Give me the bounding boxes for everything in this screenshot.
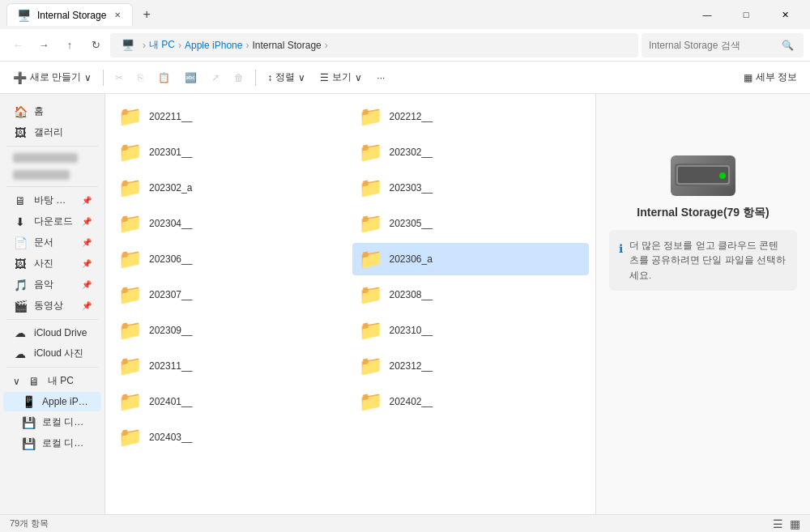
- new-button[interactable]: ➕ 새로 만들기 ∨: [6, 66, 98, 89]
- folder-item[interactable]: 📁 202307__: [112, 279, 349, 311]
- paste-button[interactable]: 📋: [151, 66, 177, 89]
- pc-icon: 🖥️: [117, 34, 139, 57]
- breadcrumb-internal-storage[interactable]: Internal Storage: [252, 40, 321, 51]
- home-icon: 🏠: [13, 105, 28, 118]
- sidebar-item-my-pc[interactable]: ∨ 🖥 내 PC: [3, 371, 101, 391]
- music-icon: 🎵: [13, 279, 28, 292]
- folder-item[interactable]: 📁 202306_a: [352, 243, 590, 275]
- folder-item[interactable]: 📁 202402__: [352, 385, 590, 418]
- folder-icon: 📁: [359, 283, 383, 306]
- folder-item[interactable]: 📁 202401__: [112, 385, 349, 418]
- more-label: ···: [377, 72, 385, 83]
- folder-item[interactable]: 📁 202403__: [112, 421, 349, 453]
- folder-icon: 📁: [359, 248, 383, 270]
- folder-item[interactable]: 📁 202305__: [352, 207, 590, 240]
- folder-name: 202310__: [390, 325, 433, 336]
- sidebar-icloud-drive-label: iCloud Drive: [34, 327, 92, 338]
- folder-item[interactable]: 📁 202302_a: [112, 172, 349, 204]
- folder-icon: 📁: [118, 248, 143, 270]
- folder-item[interactable]: 📁 202211__: [112, 100, 349, 133]
- sidebar-item-gallery[interactable]: 🖼 갤러리: [3, 122, 101, 143]
- folder-item[interactable]: 📁 202304__: [112, 207, 349, 240]
- sidebar-local-disk-d-label: 로컬 디스크 (D: [42, 436, 92, 450]
- back-button[interactable]: ←: [6, 34, 29, 57]
- rename-button[interactable]: 🔤: [178, 66, 203, 89]
- folder-item[interactable]: 📁 202303__: [352, 172, 590, 204]
- sidebar-item-apple-iphone[interactable]: 📱 Apple iPhone: [3, 392, 101, 411]
- folder-item[interactable]: 📁 202301__: [112, 136, 349, 168]
- maximize-button[interactable]: □: [727, 0, 765, 29]
- main-layout: 🏠 홈 🖼 갤러리 🖥 바탕 화면 📌 ⬇ 다운로드 📌 📄 문서: [0, 94, 810, 514]
- search-icon: 🔍: [782, 40, 794, 51]
- detail-panel: Internal Storage(79 항목) ℹ 더 많은 정보를 얻고 클라…: [595, 94, 810, 514]
- sidebar-item-home[interactable]: 🏠 홈: [3, 101, 101, 121]
- minimize-button[interactable]: —: [688, 0, 726, 29]
- tab-close-button[interactable]: ✕: [113, 9, 122, 21]
- details-button[interactable]: ▦ 세부 정보: [737, 66, 804, 89]
- sidebar-item-documents[interactable]: 📄 문서 📌: [3, 232, 101, 253]
- local-disk-d-icon: 💾: [21, 437, 36, 450]
- sidebar-item-local-disk-d[interactable]: 💾 로컬 디스크 (D: [3, 433, 101, 453]
- search-input[interactable]: [649, 40, 778, 51]
- pin-icon: 📌: [82, 196, 92, 205]
- folder-icon: 📁: [118, 105, 143, 128]
- more-button[interactable]: ···: [370, 66, 391, 89]
- refresh-button[interactable]: ↻: [84, 34, 107, 57]
- new-tab-button[interactable]: +: [136, 4, 156, 25]
- folder-item[interactable]: 📁 202308__: [352, 279, 590, 311]
- share-button[interactable]: ↗: [205, 66, 226, 89]
- active-tab[interactable]: 🖥️ Internal Storage ✕: [6, 3, 133, 26]
- expand-arrow-icon[interactable]: ∨: [13, 376, 20, 387]
- sidebar-icloud-photos-label: iCloud 사진: [34, 347, 92, 360]
- pin-icon-3: 📌: [82, 238, 92, 247]
- sidebar-item-icloud-photos[interactable]: ☁ iCloud 사진: [3, 343, 101, 364]
- toolbar: ➕ 새로 만들기 ∨ ✂ ⎘ 📋 🔤 ↗ 🗑 ↕ 정렬 ∨ ☰ 보기 ∨ ···…: [0, 62, 810, 94]
- folder-item[interactable]: 📁 202310__: [352, 314, 590, 347]
- cut-button[interactable]: ✂: [109, 66, 130, 89]
- grid-view-button[interactable]: ▦: [790, 517, 800, 530]
- folder-name: 202301__: [149, 147, 192, 158]
- sidebar-item-downloads[interactable]: ⬇ 다운로드 📌: [3, 211, 101, 232]
- forward-button[interactable]: →: [32, 34, 55, 57]
- up-button[interactable]: ↑: [58, 34, 81, 57]
- breadcrumb: 🖥️ › 내 PC › Apple iPhone › Internal Stor…: [110, 33, 638, 57]
- folder-item[interactable]: 📁 202311__: [112, 350, 349, 382]
- sidebar-item-local-disk-c[interactable]: 💾 로컬 디스크 (C: [3, 412, 101, 432]
- folder-name: 202302__: [390, 147, 433, 158]
- sidebar: 🏠 홈 🖼 갤러리 🖥 바탕 화면 📌 ⬇ 다운로드 📌 📄 문서: [0, 94, 105, 514]
- sidebar-item-icloud-drive[interactable]: ☁ iCloud Drive: [3, 323, 101, 343]
- sidebar-local-disk-c-label: 로컬 디스크 (C: [42, 415, 92, 429]
- sort-icon: ↕: [267, 72, 272, 83]
- delete-button[interactable]: 🗑: [228, 66, 250, 89]
- folder-item[interactable]: 📁 202212__: [352, 100, 590, 133]
- folder-name: 202311__: [149, 360, 192, 372]
- sidebar-item-pictures[interactable]: 🖼 사진 📌: [3, 253, 101, 274]
- pin-icon-6: 📌: [82, 301, 92, 310]
- folder-icon: 📁: [359, 319, 383, 342]
- folder-name: 202403__: [149, 432, 192, 443]
- sidebar-item-desktop[interactable]: 🖥 바탕 화면 📌: [3, 190, 101, 211]
- breadcrumb-mypc[interactable]: 내 PC: [149, 38, 175, 52]
- folder-item[interactable]: 📁 202302__: [352, 136, 590, 168]
- title-bar: 🖥️ Internal Storage ✕ + — □ ✕: [0, 0, 810, 29]
- folder-icon: 📁: [118, 390, 143, 413]
- sidebar-item-videos[interactable]: 🎬 동영상 📌: [3, 296, 101, 316]
- info-icon: ℹ: [619, 240, 623, 257]
- desktop-icon: 🖥: [13, 194, 28, 207]
- list-view-button[interactable]: ☰: [773, 517, 783, 530]
- new-dropdown-icon: ∨: [84, 72, 92, 83]
- copy-button[interactable]: ⎘: [131, 66, 150, 89]
- apple-iphone-icon: 📱: [21, 395, 36, 408]
- sidebar-videos-label: 동영상: [34, 299, 75, 313]
- folder-item[interactable]: 📁 202309__: [112, 314, 349, 347]
- view-button[interactable]: ☰ 보기 ∨: [313, 66, 369, 89]
- search-box: 🔍: [642, 33, 804, 57]
- folder-icon: 📁: [359, 355, 383, 377]
- folder-item[interactable]: 📁 202306__: [112, 243, 349, 275]
- sidebar-item-music[interactable]: 🎵 음악 📌: [3, 275, 101, 295]
- folder-icon: 📁: [118, 319, 143, 342]
- breadcrumb-apple-iphone[interactable]: Apple iPhone: [185, 40, 242, 51]
- folder-item[interactable]: 📁 202312__: [352, 350, 590, 382]
- sort-button[interactable]: ↕ 정렬 ∨: [261, 66, 312, 89]
- close-button[interactable]: ✕: [766, 0, 804, 29]
